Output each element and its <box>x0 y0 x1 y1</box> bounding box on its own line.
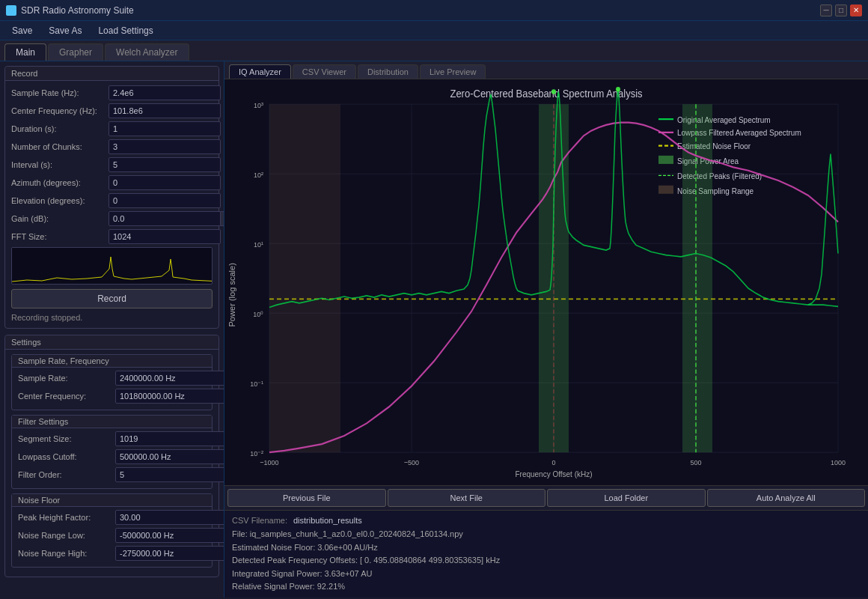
peaks-line: Detected Peak Frequency Offsets: [ 0. 49… <box>232 554 861 568</box>
settings-center-freq-row: Center Frequency: <box>18 389 206 404</box>
duration-label: Duration (s): <box>11 124 109 133</box>
spectrum-chart: Zero-Centered Baseband Spectrum Analysis… <box>224 79 868 485</box>
interval-input[interactable] <box>109 157 221 172</box>
tab-main[interactable]: Main <box>4 43 46 61</box>
window-title: SDR Radio Astronomy Suite <box>21 5 134 16</box>
svg-text:Frequency Offset (kHz): Frequency Offset (kHz) <box>515 469 592 479</box>
azimuth-input[interactable] <box>109 175 221 190</box>
settings-group-title: Settings <box>5 335 218 350</box>
elevation-row: Elevation (degrees): <box>11 193 213 208</box>
auto-analyze-btn[interactable]: Auto Analyze All <box>707 489 866 507</box>
tab-welch-analyzer[interactable]: Welch Analyzer <box>105 43 189 61</box>
sample-rate-freq-group: Sample Rate, Frequency Sample Rate: Cent… <box>11 354 213 410</box>
center-freq-row: Center Frequency (Hz): <box>11 103 213 118</box>
sample-rate-input[interactable] <box>109 85 221 100</box>
app-icon <box>6 5 16 16</box>
info-panel: CSV Filename: distribution_results File:… <box>224 510 868 598</box>
segment-size-input[interactable] <box>115 431 224 446</box>
csv-filename-row: CSV Filename: distribution_results <box>232 514 861 528</box>
signal-power-line: Integrated Signal Power: 3.63e+07 AU <box>232 568 861 581</box>
file-line: File: iq_samples_chunk_1_az0.0_el0.0_202… <box>232 528 861 541</box>
elevation-input[interactable] <box>109 193 221 208</box>
tab-distribution[interactable]: Distribution <box>358 64 418 79</box>
filter-order-row: Filter Order: <box>18 467 206 482</box>
center-freq-label: Center Frequency (Hz): <box>11 106 109 115</box>
csv-filename-label: CSV Filename: <box>232 514 287 528</box>
noise-range-low-label: Noise Range Low: <box>18 531 115 540</box>
settings-group: Settings Sample Rate, Frequency Sample R… <box>4 335 219 577</box>
center-freq-input[interactable] <box>109 103 221 118</box>
tab-grapher[interactable]: Grapher <box>48 43 103 61</box>
sample-rate-freq-title: Sample Rate, Frequency <box>12 355 212 368</box>
right-panel: IQ Analyzer CSV Viewer Distribution Live… <box>224 61 868 598</box>
load-folder-btn[interactable]: Load Folder <box>547 489 706 507</box>
duration-input[interactable] <box>109 121 221 136</box>
gain-input[interactable] <box>109 211 221 226</box>
prev-file-btn[interactable]: Previous File <box>227 489 386 507</box>
bottom-buttons: Previous File Next File Load Folder Auto… <box>224 485 868 510</box>
fft-size-row: FFT Size: <box>11 229 213 244</box>
window-controls: ─ □ ✕ <box>820 4 862 16</box>
settings-sample-rate-row: Sample Rate: <box>18 371 206 386</box>
svg-rect-7 <box>658 156 673 164</box>
next-file-btn[interactable]: Next File <box>388 489 546 507</box>
lowpass-cutoff-input[interactable] <box>115 449 224 464</box>
minimize-button[interactable]: ─ <box>820 4 832 16</box>
noise-range-high-input[interactable] <box>115 546 224 561</box>
sample-rate-label: Sample Rate (Hz): <box>11 88 109 97</box>
filter-settings-content: Segment Size: Lowpass Cutoff: Filter Ord… <box>12 428 212 488</box>
num-chunks-input[interactable] <box>109 139 221 154</box>
num-chunks-row: Number of Chunks: <box>11 139 213 154</box>
gain-row: Gain (dB): ▼ <box>11 211 213 226</box>
menu-save[interactable]: Save <box>4 24 40 37</box>
svg-text:10⁰: 10⁰ <box>253 309 263 318</box>
csv-filename-value: distribution_results <box>293 514 362 528</box>
main-content: Record Sample Rate (Hz): Center Frequenc… <box>0 61 868 598</box>
filter-settings-title: Filter Settings <box>12 416 212 428</box>
peak-height-label: Peak Height Factor: <box>18 513 115 522</box>
record-button[interactable]: Record <box>11 289 213 308</box>
menu-save-as[interactable]: Save As <box>41 24 89 37</box>
close-button[interactable]: ✕ <box>850 4 862 16</box>
tab-csv-viewer[interactable]: CSV Viewer <box>293 64 356 79</box>
title-bar: SDR Radio Astronomy Suite ─ □ ✕ <box>0 0 868 21</box>
segment-size-row: Segment Size: <box>18 431 206 446</box>
tab-iq-analyzer[interactable]: IQ Analyzer <box>229 64 291 79</box>
noise-floor-content: Peak Height Factor: Noise Range Low: Noi… <box>12 507 212 567</box>
noise-range-high-row: Noise Range High: <box>18 546 206 561</box>
settings-sample-rate-input[interactable] <box>115 371 224 386</box>
svg-text:10²: 10² <box>254 170 263 179</box>
noise-floor-line: Estimated Noise Floor: 3.06e+00 AU/Hz <box>232 541 861 555</box>
noise-range-low-row: Noise Range Low: <box>18 528 206 543</box>
svg-text:10⁻¹: 10⁻¹ <box>250 379 263 388</box>
relative-power-line: Relative Signal Power: 92.21% <box>232 580 861 594</box>
fft-size-label: FFT Size: <box>11 232 109 241</box>
svg-text:10¹: 10¹ <box>254 240 263 249</box>
num-chunks-label: Number of Chunks: <box>11 142 109 151</box>
settings-center-freq-input[interactable] <box>115 389 224 404</box>
recording-status: Recording stopped. <box>11 311 213 323</box>
lowpass-cutoff-row: Lowpass Cutoff: <box>18 449 206 464</box>
filter-settings-group: Filter Settings Segment Size: Lowpass Cu… <box>11 415 213 489</box>
menu-load-settings[interactable]: Load Settings <box>91 24 160 37</box>
peak-height-input[interactable] <box>115 510 224 525</box>
maximize-button[interactable]: □ <box>835 4 847 16</box>
record-group-content: Sample Rate (Hz): Center Frequency (Hz):… <box>5 81 218 328</box>
sample-rate-freq-content: Sample Rate: Center Frequency: <box>12 368 212 410</box>
svg-point-43 <box>551 89 556 94</box>
settings-center-freq-label: Center Frequency: <box>18 392 115 401</box>
azimuth-row: Azimuth (degrees): <box>11 175 213 190</box>
elevation-label: Elevation (degrees): <box>11 196 109 205</box>
svg-point-44 <box>616 87 620 92</box>
settings-group-content: Sample Rate, Frequency Sample Rate: Cent… <box>5 350 218 577</box>
filter-order-input[interactable] <box>115 467 224 482</box>
menu-bar: Save Save As Load Settings <box>0 21 868 40</box>
noise-range-low-input[interactable] <box>115 528 224 543</box>
fft-size-input[interactable] <box>109 229 221 244</box>
interval-row: Interval (s): <box>11 157 213 172</box>
svg-text:−500: −500 <box>404 457 419 466</box>
tab-live-preview[interactable]: Live Preview <box>420 64 486 79</box>
mini-spectrum <box>11 247 213 285</box>
svg-text:10³: 10³ <box>254 100 263 109</box>
main-tab-bar: Main Grapher Welch Analyzer <box>0 40 868 61</box>
